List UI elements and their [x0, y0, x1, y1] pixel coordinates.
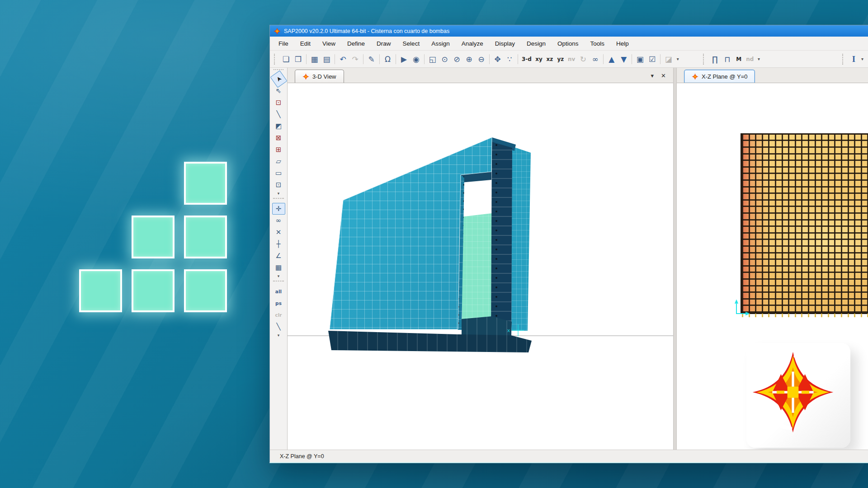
- decorative-square: [79, 269, 122, 312]
- pen-draw-button[interactable]: ✎: [365, 53, 377, 65]
- sap2000-app-icon: [274, 28, 281, 35]
- ibeam-section-button[interactable]: I: [848, 53, 859, 65]
- draw-rectangle-area-tool[interactable]: ▭: [272, 167, 285, 179]
- toolbar-separator: [518, 54, 518, 64]
- run-analysis-button[interactable]: ▶: [398, 53, 410, 65]
- object-shading-button[interactable]: ∞: [589, 53, 601, 65]
- view-xy-button[interactable]: xy: [533, 53, 544, 65]
- viewport-xz[interactable]: [677, 83, 868, 450]
- section-designer-button[interactable]: ⊓: [721, 53, 733, 65]
- view-xz-button[interactable]: xz: [544, 53, 555, 65]
- toolbar-drag-handle[interactable]: [703, 54, 706, 65]
- snap-to-grid-tool[interactable]: ▦: [272, 262, 285, 273]
- toolbar-drag-handle[interactable]: [842, 54, 845, 65]
- menu-tools[interactable]: Tools: [585, 38, 611, 49]
- undo-button[interactable]: ↶: [337, 53, 349, 65]
- title-bar[interactable]: SAP2000 v20.2.0 Ultimate 64-bit - Cister…: [270, 25, 868, 37]
- quick-draw-area-tool[interactable]: ⊡: [272, 179, 285, 191]
- decorative-square: [132, 269, 175, 312]
- view-3d-button[interactable]: 3-d: [520, 53, 533, 65]
- sap2000-logo-card: [746, 343, 850, 448]
- move-down-in-list-button[interactable]: ▼: [618, 53, 630, 65]
- select-more-dropdown[interactable]: ▾: [272, 333, 285, 338]
- menu-help[interactable]: Help: [610, 38, 635, 49]
- previous-selection-button[interactable]: ps: [272, 297, 285, 309]
- toolbar-separator: [603, 54, 604, 64]
- toolbar-separator: [396, 54, 396, 64]
- zoom-previous-button[interactable]: ⊘: [451, 53, 463, 65]
- menu-display[interactable]: Display: [489, 38, 521, 49]
- toolbar-drag-handle[interactable]: [274, 54, 277, 65]
- open-file-button[interactable]: ❒: [292, 53, 304, 65]
- toolbar-separator: [489, 54, 490, 64]
- tab-icon: [692, 73, 698, 80]
- pan-button[interactable]: ✥: [491, 53, 504, 65]
- view-yz-button[interactable]: yz: [555, 53, 566, 65]
- select-by-line-tool[interactable]: ╲: [272, 321, 285, 333]
- new-model-button[interactable]: ❏: [280, 53, 292, 65]
- frame-tools-dropdown[interactable]: ▾: [755, 53, 762, 65]
- draw-quick-frame-tool[interactable]: ◩: [272, 120, 285, 132]
- select-all-button[interactable]: all: [272, 286, 285, 297]
- sap2000-window: SAP2000 v20.2.0 Ultimate 64-bit - Cister…: [269, 25, 868, 463]
- move-up-in-list-button[interactable]: ▲: [605, 53, 618, 65]
- redo-button[interactable]: ↷: [349, 53, 361, 65]
- rotate-view-button[interactable]: ↻: [577, 53, 589, 65]
- run-animation-button[interactable]: ◉: [410, 53, 422, 65]
- snap-to-lines-tool[interactable]: ∠: [272, 250, 285, 262]
- zoom-full-button[interactable]: ⊙: [439, 53, 451, 65]
- snap-more-dropdown[interactable]: ▾: [272, 273, 285, 279]
- display-options-dropdown[interactable]: ▾: [675, 53, 681, 65]
- draw-poly-area-tool[interactable]: ⊠: [272, 132, 285, 144]
- draw-quick-area-tool[interactable]: ⊞: [272, 144, 285, 155]
- perspective-toggle-button[interactable]: ∵: [504, 53, 516, 65]
- print-button[interactable]: ▤: [321, 53, 333, 65]
- pane-collapse-button[interactable]: ▾: [651, 72, 654, 79]
- lock-model-button[interactable]: Ω: [382, 53, 394, 65]
- tab-bar-3d: 3-D View ▾ ✕: [288, 68, 673, 83]
- view-pane-3d: 3-D View ▾ ✕: [288, 68, 673, 450]
- zoom-in-button[interactable]: ⊕: [463, 53, 475, 65]
- view-nv-button[interactable]: nv: [566, 53, 577, 65]
- clear-selection-button[interactable]: clr: [272, 309, 285, 321]
- menu-assign[interactable]: Assign: [425, 38, 456, 49]
- moment-release-button[interactable]: M: [733, 53, 744, 65]
- draw-frame-tool[interactable]: ╲: [272, 108, 285, 120]
- draw-area-tool[interactable]: ▱: [272, 155, 285, 167]
- toolbar-separator: [273, 281, 284, 284]
- snap-to-midpoints-tool[interactable]: ∞: [272, 215, 285, 226]
- menu-analyze[interactable]: Analyze: [456, 38, 489, 49]
- ibeam-dropdown[interactable]: ▾: [859, 53, 865, 65]
- menu-options[interactable]: Options: [552, 38, 585, 49]
- menu-edit[interactable]: Edit: [294, 38, 316, 49]
- shrink-objects-button[interactable]: ▣: [634, 53, 646, 65]
- zoom-out-button[interactable]: ⊖: [475, 53, 487, 65]
- zoom-rect-button[interactable]: ◱: [426, 53, 439, 65]
- draw-special-joint-tool[interactable]: ⊡: [272, 97, 285, 108]
- tab-3d-view[interactable]: 3-D View: [295, 70, 344, 83]
- frame-section-button[interactable]: ∏: [709, 53, 721, 65]
- menu-view[interactable]: View: [316, 38, 341, 49]
- tab-xz-plane[interactable]: X-Z Plane @ Y=0: [684, 70, 755, 83]
- svg-text:X: X: [507, 328, 510, 333]
- menu-select[interactable]: Select: [397, 38, 426, 49]
- menu-define[interactable]: Define: [341, 38, 371, 49]
- pane-close-button[interactable]: ✕: [661, 72, 666, 79]
- menu-draw[interactable]: Draw: [371, 38, 397, 49]
- snap-to-perpendicular-tool[interactable]: ┼: [272, 238, 285, 250]
- decorative-square: [184, 216, 227, 258]
- draw-more-dropdown[interactable]: ▾: [272, 191, 285, 196]
- viewport-3d[interactable]: X: [288, 83, 673, 450]
- snap-to-intersections-tool[interactable]: ✕: [272, 226, 285, 238]
- decorative-square: [132, 216, 175, 258]
- snap-to-joints-tool[interactable]: ✛: [272, 203, 285, 215]
- save-button[interactable]: ▦: [308, 53, 321, 65]
- menu-file[interactable]: File: [273, 38, 294, 49]
- pane-splitter[interactable]: [673, 68, 677, 450]
- nd-spectrum-button[interactable]: nd: [744, 53, 755, 65]
- set-display-options-button[interactable]: ◪: [662, 53, 675, 65]
- tab-label: X-Z Plane @ Y=0: [702, 73, 747, 80]
- menu-design[interactable]: Design: [521, 38, 552, 49]
- show-undeformed-shape-button[interactable]: ☑: [646, 53, 658, 65]
- toolbar-separator: [379, 54, 380, 64]
